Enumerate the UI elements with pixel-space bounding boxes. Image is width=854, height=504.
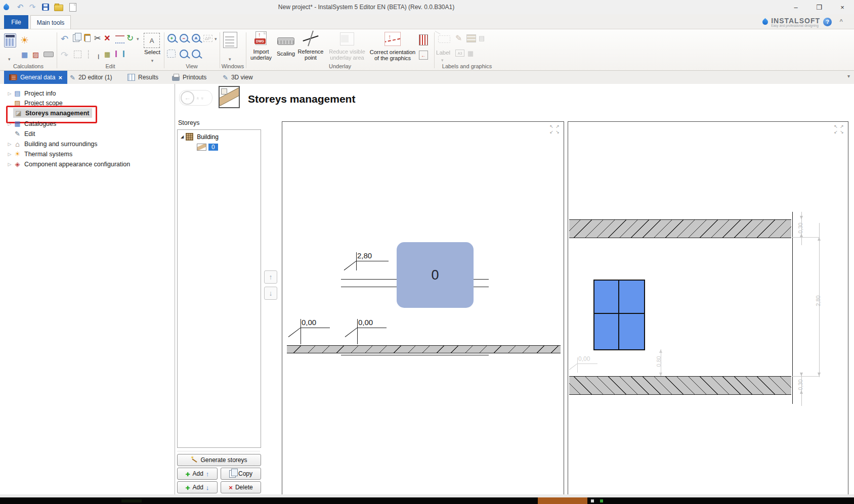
tree-item-catalogues[interactable]: ▷ ▦ Catalogues [6,118,56,129]
select-region-icon[interactable] [74,51,81,58]
wand-icon [191,456,198,464]
swap-columns-icon[interactable] [115,51,124,57]
window-grid[interactable] [593,280,645,350]
tab-printouts[interactable]: Printouts [167,71,211,84]
cut-icon[interactable]: ✂ [94,33,101,43]
ribbon: ☀ ▦ ▨ ▾ Calculations ↶ ✂ × ↻ ▾ ↷ ┆ ╷ ▦ A… [0,29,854,71]
taskbar-icon[interactable] [121,499,142,502]
expander-icon[interactable]: ▷ [6,91,13,96]
ground-slab-hatch [287,345,561,353]
tree-item-edit[interactable]: ✎ Edit [13,128,35,139]
elevation-canvas[interactable]: ↖↗ ↙↘ 2,80 0 0,00 0,00 [282,121,564,496]
ribbon-tab-file[interactable]: File [4,15,28,29]
minimize-button[interactable]: – [784,0,807,14]
reference-point-button[interactable]: Reference point [297,31,324,61]
section-canvas[interactable]: ↖↗ ↙↘ 0,30 2,80 0,30 0,80 [568,121,848,496]
expander-icon[interactable]: ▷ [6,121,13,126]
move-storey-down-button[interactable]: ↓ [264,287,277,300]
collapse-ribbon-icon[interactable]: ^ [840,18,843,24]
move-grid-icon[interactable]: ▦ [104,51,110,58]
results-sheets-icon[interactable]: ▦ [21,51,28,59]
windows-layout-icon[interactable] [223,32,237,48]
expand-view-icon[interactable]: ↖↗ ↙↘ [548,124,561,135]
storey-block[interactable]: 0 [397,242,474,308]
pan-hand-icon[interactable] [167,50,176,58]
edit-nodes-icon[interactable] [115,35,124,43]
level-mark-top: 2,80 [352,251,393,274]
select-button[interactable]: A Select ▾ [144,33,161,64]
expanded-icon[interactable]: ◢ [181,134,184,139]
tab-3d-view[interactable]: ✎ 3D view [218,71,258,84]
undo-icon[interactable]: ↶ [61,33,68,44]
ground-underline [341,355,489,355]
tab-close-icon[interactable]: × [58,74,62,81]
align-icon[interactable]: ╷ [96,50,101,59]
taskbar-icon[interactable] [591,499,594,502]
tree-item-project-info[interactable]: ▷ ▤ Project info [6,88,56,99]
tree-item-thermal-systems[interactable]: ▷ ☀ Thermal systems [6,149,72,159]
tab-general-data[interactable]: General data × [4,71,67,84]
move-storey-up-button[interactable]: ↑ [264,270,277,284]
redo-icon[interactable]: ↷ [61,50,68,61]
top-slab-hatch [569,219,791,238]
history-down-icon[interactable]: » [200,97,205,99]
calculation-options-icon[interactable] [4,33,16,48]
tab-results[interactable]: Results [122,71,163,84]
expander-icon[interactable]: ▷ [6,142,13,147]
rotate-90-icon[interactable]: ↻ [126,33,134,43]
tree-item-project-scope[interactable]: ▨ Project scope [13,98,63,108]
delta-p-icon[interactable]: ΔP [203,35,212,42]
calculations-dropdown-icon[interactable]: ▾ [8,57,11,62]
wall-layers-icon [466,34,476,42]
beam-icon[interactable] [44,52,54,57]
tab-list-chevron-icon[interactable]: ▾ [847,73,850,79]
maximize-button[interactable]: ❒ [807,0,831,14]
scaling-button[interactable]: Scaling [275,34,296,57]
windows-taskbar[interactable] [0,497,854,504]
storeys-tree-storey-0[interactable]: 0 [178,142,261,152]
tree-item-storeys-management[interactable]: ◪ Storeys management [13,108,92,118]
expander-icon[interactable]: ▷ [6,162,13,167]
copy-storey-button[interactable]: Copy [221,468,261,480]
help-icon[interactable]: ? [823,18,832,26]
tab-2d-editor[interactable]: ✎ 2D editor (1) [65,71,117,84]
expand-view-icon[interactable]: ↖↗ ↙↘ [833,124,845,135]
storeys-tree-building[interactable]: ◢ Building [178,132,261,142]
dwg-badge: DWG [254,38,266,44]
zoom-previous-icon[interactable] [192,50,200,58]
generate-storeys-button[interactable]: Generate storeys [177,454,261,466]
heating-cooling-icon[interactable]: ☀ [20,34,29,46]
close-button[interactable]: × [831,0,854,14]
back-arrow-icon[interactable]: ← [181,91,194,105]
zoom-window-icon[interactable] [180,50,188,58]
copy-icon[interactable] [73,34,79,42]
ribbon-tab-main-tools[interactable]: Main tools [30,15,71,29]
expander-icon[interactable]: ▷ [6,152,13,157]
rotate-dropdown-icon[interactable]: ▾ [137,36,139,41]
zoom-all-icon[interactable]: A [192,34,200,42]
level-mark-ground-left: 0,00 [296,318,337,341]
delete-icon[interactable]: × [104,32,110,44]
zoom-out-icon[interactable]: − [180,34,188,42]
tree-item-building-surroundings[interactable]: ▷ ⌂ Building and surroundings [6,139,98,149]
underlay-columns-icon[interactable] [419,34,428,45]
windows-dropdown-icon[interactable]: ▾ [229,57,231,62]
underlay-arrow-left-icon[interactable]: ← [419,51,428,60]
project-scope-icon: ▨ [13,99,22,107]
correct-orientation-button[interactable]: Correct orientation of the graphics [368,32,417,61]
add-storey-below-button[interactable]: + Add ↓ [177,481,218,493]
delete-storey-button[interactable]: × Delete [221,481,261,493]
component-data-icon[interactable]: ▨ [32,51,39,59]
add-storey-above-button[interactable]: + Add ↑ [177,468,218,480]
wall-edge-line [792,212,793,404]
tree-item-component-appearance[interactable]: ▷ ◈ Component appearance configuration [6,159,130,169]
zoom-in-icon[interactable]: + [167,34,176,42]
storeys-management-icon: ◪ [14,109,23,117]
paste-icon[interactable] [84,34,91,41]
page-header: ← « » Storeys management [175,84,854,121]
view-dropdown-icon[interactable]: ▾ [215,36,217,41]
split-vertical-icon[interactable]: ┆ [86,50,91,59]
import-underlay-button[interactable]: ↑ DWG Import underlay [250,31,272,61]
taskbar-icon[interactable] [600,499,603,502]
taskbar-active-app[interactable] [538,497,587,504]
